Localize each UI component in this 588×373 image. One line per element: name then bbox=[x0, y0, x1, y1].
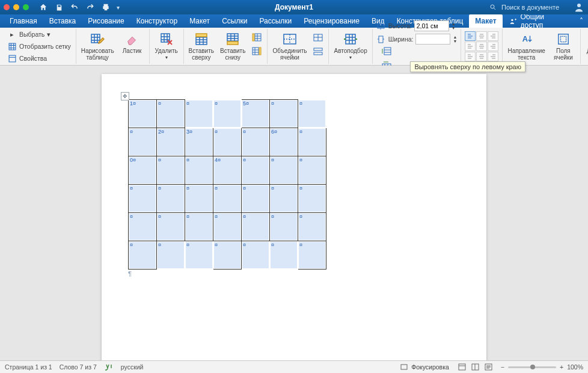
align-mid-center-button[interactable] bbox=[476, 42, 487, 51]
split-cells-button[interactable] bbox=[311, 31, 325, 44]
zoom-level[interactable]: 100% bbox=[567, 363, 583, 371]
tab-home[interactable]: Главная bbox=[4, 14, 43, 28]
align-bot-left-button[interactable] bbox=[465, 52, 476, 61]
undo-icon[interactable] bbox=[70, 2, 79, 12]
language-indicator[interactable]: русский bbox=[121, 363, 144, 371]
table-cell[interactable]: ¤ bbox=[298, 185, 326, 213]
align-top-center-button[interactable] bbox=[476, 31, 487, 41]
tab-insert[interactable]: Вставка bbox=[43, 14, 82, 28]
zoom-slider[interactable] bbox=[508, 366, 556, 368]
tab-design[interactable]: Конструктор bbox=[130, 14, 183, 28]
search-input[interactable] bbox=[500, 3, 569, 11]
table-cell[interactable]: ¤ bbox=[298, 213, 326, 241]
table-cell[interactable]: ¤ bbox=[185, 185, 213, 213]
split-table-button[interactable] bbox=[311, 45, 325, 58]
table-cell[interactable]: ¤ bbox=[185, 100, 213, 128]
table-cell[interactable]: 2¤ bbox=[157, 128, 185, 156]
table-cell[interactable]: ¤ bbox=[270, 185, 298, 213]
cell-margins-button[interactable]: Поля ячейки bbox=[550, 31, 577, 62]
width-up-icon[interactable]: ▲ bbox=[453, 35, 457, 39]
crossword-table[interactable]: 1¤¤¤¤5¤¤¤¤2¤3¤¤¤6¤¤0¤¤¤4¤¤¤¤¤¤¤¤¤¤¤¤¤¤¤¤… bbox=[128, 99, 326, 270]
user-avatar-icon[interactable] bbox=[574, 2, 584, 13]
zoom-in-button[interactable]: + bbox=[560, 363, 563, 371]
search-box[interactable] bbox=[488, 2, 569, 12]
table-cell[interactable]: 1¤ bbox=[129, 100, 157, 128]
table-cell[interactable]: ¤ bbox=[213, 241, 242, 270]
width-input[interactable] bbox=[415, 34, 450, 45]
text-direction-button[interactable]: AНаправление текста bbox=[506, 31, 546, 62]
web-layout-view-icon[interactable] bbox=[484, 362, 494, 372]
table-cell[interactable]: ¤ bbox=[157, 185, 185, 213]
focus-mode-button[interactable]: Фокусировка bbox=[398, 362, 450, 372]
table-cell[interactable]: ¤ bbox=[213, 213, 242, 241]
table-cell[interactable]: ¤ bbox=[242, 156, 270, 185]
table-cell[interactable]: ¤ bbox=[270, 241, 298, 270]
read-view-icon[interactable] bbox=[471, 362, 480, 372]
height-up-icon[interactable]: ▲ bbox=[452, 22, 456, 26]
table-cell[interactable]: ¤ bbox=[298, 128, 326, 156]
word-count[interactable]: Слово 7 из 7 bbox=[60, 363, 97, 371]
table-cell[interactable]: ¤ bbox=[270, 100, 298, 128]
align-bot-right-button[interactable] bbox=[488, 52, 498, 61]
table-cell[interactable]: ¤ bbox=[213, 128, 242, 156]
align-mid-left-button[interactable] bbox=[465, 42, 476, 51]
tab-references[interactable]: Ссылки bbox=[216, 14, 253, 28]
save-icon[interactable] bbox=[54, 2, 64, 12]
table-cell[interactable]: ¤ bbox=[242, 241, 270, 270]
spellcheck-icon[interactable] bbox=[104, 362, 114, 372]
delete-button[interactable]: Удалить▾ bbox=[153, 31, 180, 62]
table-cell[interactable]: ¤ bbox=[270, 156, 298, 185]
table-cell[interactable]: ¤ bbox=[298, 156, 326, 185]
align-top-right-button[interactable] bbox=[488, 31, 498, 41]
align-mid-right-button[interactable] bbox=[488, 42, 498, 51]
print-layout-view-icon[interactable] bbox=[458, 362, 467, 372]
align-bot-center-button[interactable] bbox=[476, 52, 487, 61]
table-cell[interactable]: 0¤ bbox=[129, 156, 157, 185]
merge-cells-button[interactable]: Объединить ячейки bbox=[271, 31, 308, 62]
minimize-window-icon[interactable] bbox=[13, 4, 19, 10]
tab-table-layout[interactable]: Макет bbox=[469, 14, 502, 28]
close-window-icon[interactable] bbox=[4, 4, 10, 10]
redo-icon[interactable] bbox=[85, 2, 95, 12]
height-input[interactable] bbox=[414, 20, 449, 31]
table-cell[interactable]: ¤ bbox=[213, 185, 242, 213]
print-icon[interactable] bbox=[101, 2, 111, 12]
height-down-icon[interactable]: ▼ bbox=[452, 26, 456, 30]
data-button[interactable]: Данные▾ bbox=[584, 31, 588, 62]
table-cell[interactable]: ¤ bbox=[185, 156, 213, 185]
table-cell[interactable]: ¤ bbox=[298, 241, 326, 270]
insert-right-button[interactable] bbox=[250, 45, 263, 58]
tab-draw[interactable]: Рисование bbox=[82, 14, 130, 28]
table-cell[interactable]: ¤ bbox=[129, 213, 157, 241]
table-cell[interactable]: 3¤ bbox=[185, 128, 213, 156]
zoom-window-icon[interactable] bbox=[23, 4, 29, 10]
tab-review[interactable]: Рецензирование bbox=[298, 14, 366, 28]
table-cell[interactable]: ¤ bbox=[242, 185, 270, 213]
table-cell[interactable]: ¤ bbox=[242, 213, 270, 241]
table-cell[interactable]: 4¤ bbox=[213, 156, 242, 185]
insert-left-button[interactable] bbox=[250, 31, 263, 44]
properties-button[interactable]: Свойства bbox=[6, 53, 72, 64]
table-cell[interactable]: ¤ bbox=[185, 213, 213, 241]
tab-layout[interactable]: Макет bbox=[183, 14, 216, 28]
table-cell[interactable]: ¤ bbox=[157, 100, 185, 128]
distribute-rows-button[interactable] bbox=[380, 45, 393, 58]
eraser-button[interactable]: Ластик bbox=[119, 31, 145, 55]
table-cell[interactable]: ¤ bbox=[157, 241, 185, 270]
table-cell[interactable]: ¤ bbox=[298, 100, 326, 128]
table-cell[interactable]: 5¤ bbox=[242, 100, 270, 128]
table-cell[interactable]: 6¤ bbox=[270, 128, 298, 156]
table-cell[interactable]: ¤ bbox=[213, 100, 242, 128]
page-indicator[interactable]: Страница 1 из 1 bbox=[5, 363, 52, 371]
table-cell[interactable]: ¤ bbox=[157, 213, 185, 241]
insert-above-button[interactable]: Вставить сверху bbox=[188, 31, 215, 62]
table-cell[interactable]: ¤ bbox=[242, 128, 270, 156]
select-button[interactable]: ▸Выбрать ▾ bbox=[6, 29, 72, 40]
table-cell[interactable]: ¤ bbox=[129, 128, 157, 156]
table-cell[interactable]: ¤ bbox=[157, 156, 185, 185]
collapse-ribbon-icon[interactable]: ˄ bbox=[575, 14, 588, 28]
zoom-out-button[interactable]: − bbox=[501, 363, 504, 371]
table-cell[interactable]: ¤ bbox=[129, 241, 157, 270]
tab-mailings[interactable]: Рассылки bbox=[253, 14, 298, 28]
qat-more-icon[interactable]: ▾ bbox=[117, 4, 120, 11]
